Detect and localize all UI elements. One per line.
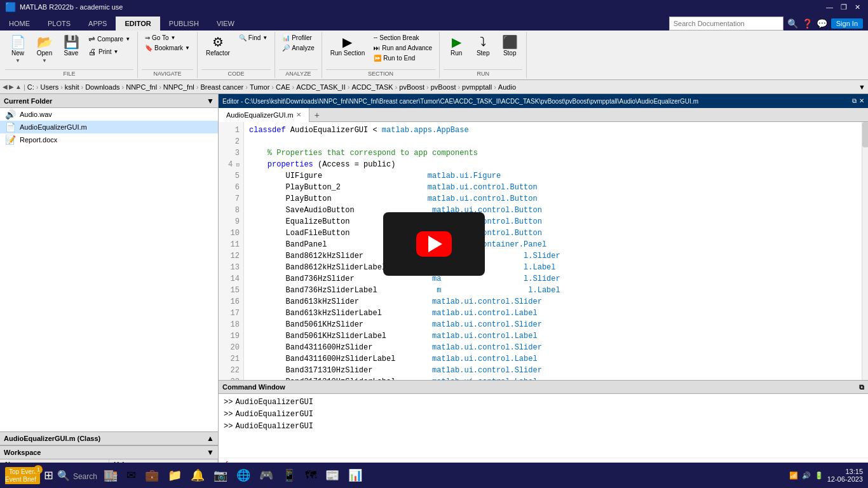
goto-button[interactable]: ⇒ Go To ▼	[142, 33, 193, 43]
editor-undock-button[interactable]: ⧉	[852, 97, 857, 105]
maps-icon[interactable]: 🗺	[302, 468, 319, 484]
code-line-10: LoadFileButton matlab.ui.control.Button	[249, 227, 857, 239]
search-icon[interactable]: 🔍	[787, 18, 798, 29]
breadcrumb-tumor[interactable]: Tumor	[250, 83, 269, 91]
battery-icon[interactable]: 🔋	[815, 471, 824, 480]
search-taskbar-button[interactable]: 🔍 Search	[57, 470, 97, 482]
compare-button[interactable]: ⇌ Compare ▼	[85, 33, 133, 45]
minimize-button[interactable]: —	[824, 3, 836, 11]
folder-taskbar-icon[interactable]: 📁	[165, 467, 184, 484]
code-line-6: PlayButton_2 matlab.ui.control.Button	[249, 182, 857, 193]
left-panel: Current Folder ▼ 🔊 Audio.wav 📄 AudioEqua…	[0, 94, 219, 470]
current-folder-collapse[interactable]: ▼	[207, 97, 214, 105]
restore-button[interactable]: ❐	[838, 3, 850, 11]
nav-back-button[interactable]: ◀	[3, 83, 8, 90]
breadcrumb-cae[interactable]: CAE	[276, 83, 290, 91]
save-icon: 💾	[64, 36, 79, 48]
open-button[interactable]: 📂 Open ▼	[32, 33, 57, 66]
cmd-undock-button[interactable]: ⧉	[859, 383, 864, 391]
breadcrumb-nnpc1[interactable]: NNPC_fnl	[126, 83, 157, 91]
breadcrumb-breast[interactable]: Breast cancer	[200, 83, 243, 91]
scrollbar-thumb[interactable]	[862, 122, 868, 147]
refactor-button[interactable]: ⚙ Refactor	[201, 33, 234, 59]
run-section-button[interactable]: ▶ Run Section	[326, 33, 369, 59]
code-content[interactable]: classdef AudioEqualizerGUI < matlab.apps…	[244, 122, 862, 380]
new-button[interactable]: 📄 New ▼	[5, 33, 31, 66]
excel-icon[interactable]: 📊	[346, 467, 365, 484]
news-icon[interactable]: 📰	[323, 467, 342, 484]
new-tab-button[interactable]: +	[309, 109, 325, 121]
run-end-icon: ⏩	[374, 55, 381, 62]
breadcrumb-pvmppt[interactable]: pvmpptall	[462, 83, 492, 91]
analyze-button[interactable]: 🔎 Analyze	[279, 43, 318, 53]
windows-icon[interactable]: ⊞	[44, 468, 53, 482]
stop-button[interactable]: ⬛ Stop	[497, 33, 522, 59]
breadcrumb-acdc-task[interactable]: ACDC_TASK	[351, 83, 393, 91]
step-button[interactable]: ⤵ Step	[470, 33, 496, 59]
run-and-advance-button[interactable]: ⏭ Run and Advance	[370, 43, 435, 53]
breadcrumb-audio[interactable]: Audio	[498, 83, 516, 91]
address-dropdown-button[interactable]: ▼	[858, 83, 865, 91]
editor-close-button[interactable]: ✕	[859, 97, 864, 105]
notification-area[interactable]: 1 Top Events Event Brief	[5, 468, 40, 483]
file-item[interactable]: 🔊 Audio.wav	[0, 108, 218, 121]
browser-icon[interactable]: 🌐	[234, 467, 253, 484]
nav-forward-button[interactable]: ▶	[9, 83, 14, 90]
app7-icon[interactable]: 🎮	[257, 467, 276, 484]
run-button[interactable]: ▶ Run	[444, 33, 469, 59]
close-button[interactable]: ✕	[852, 3, 863, 11]
help-icon[interactable]: ❓	[802, 18, 813, 29]
bookmark-button[interactable]: 🔖 Bookmark ▼	[142, 43, 193, 53]
section-break-button[interactable]: ╌ Section Break	[370, 33, 435, 43]
youtube-overlay[interactable]	[383, 212, 485, 276]
breadcrumb-users[interactable]: Users	[40, 83, 58, 91]
save-button[interactable]: 💾 Save	[58, 33, 84, 59]
instagram-icon[interactable]: 📷	[211, 467, 230, 484]
code-line-12: Band8612kHzSlider ma l.Slider	[249, 250, 857, 262]
file-item[interactable]: 📝 Report.docx	[0, 133, 218, 146]
clock-display[interactable]: 13:15 12-06-2023	[827, 468, 863, 483]
whatsapp-icon[interactable]: 📱	[280, 467, 299, 484]
file-item[interactable]: 📄 AudioEqualizerGUI.m	[0, 121, 218, 133]
editor-tab-audio-equalizer[interactable]: AudioEqualizerGUI.m ✕	[219, 108, 309, 122]
breadcrumb-c[interactable]: C:	[27, 83, 34, 91]
breadcrumb-acdc[interactable]: ACDC_TASK_II	[296, 83, 345, 91]
tab-editor[interactable]: EDITOR	[116, 17, 159, 30]
tab-publish[interactable]: PUBLISH	[160, 17, 208, 30]
notification-bell-icon[interactable]: 🔔	[188, 467, 207, 484]
breadcrumb-nnpc2[interactable]: NNPC_fnl	[163, 83, 194, 91]
ribbon-group-code: ⚙ Refactor 🔍 Find ▼ CODE	[198, 32, 275, 78]
breadcrumb-pvboost2[interactable]: pvBoost	[431, 83, 456, 91]
mail-icon[interactable]: ✉	[124, 467, 139, 484]
print-button[interactable]: 🖨 Print ▼	[85, 46, 133, 58]
teams-icon[interactable]: 💼	[142, 467, 161, 484]
tab-close-button[interactable]: ✕	[296, 111, 301, 118]
volume-icon[interactable]: 🔊	[802, 471, 811, 480]
wifi-icon[interactable]: 📶	[789, 471, 798, 480]
search-input[interactable]	[669, 17, 783, 30]
sign-in-button[interactable]: Sign In	[831, 18, 863, 29]
class-collapse[interactable]: ▲	[207, 434, 214, 443]
tab-view[interactable]: VIEW	[208, 17, 243, 30]
store-icon[interactable]: 🏬	[101, 467, 120, 484]
stop-icon: ⬛	[502, 36, 518, 48]
find-button[interactable]: 🔍 Find ▼	[236, 33, 271, 43]
tab-home[interactable]: HOME	[0, 17, 39, 30]
code-area[interactable]: 1 2 3 4 ⊟ 5 6 7 8 9 10 11 12 13 14 15 16…	[219, 122, 868, 380]
breadcrumb-kshit[interactable]: kshit	[65, 83, 79, 91]
run-to-end-button[interactable]: ⏩ Run to End	[370, 53, 435, 63]
community-icon[interactable]: 💬	[817, 18, 827, 29]
run-section-icon: ▶	[342, 36, 352, 48]
vertical-scrollbar[interactable]	[862, 122, 868, 380]
code-line-18: Band5061KHzSlider matlab.ui.control.Slid…	[249, 319, 857, 330]
youtube-play-button[interactable]	[416, 231, 452, 257]
breadcrumb-pvboost[interactable]: pvBoost	[399, 83, 424, 91]
profiler-button[interactable]: 📊 Profiler	[279, 33, 318, 43]
tab-apps[interactable]: APPS	[79, 17, 116, 30]
tab-plots[interactable]: PLOTS	[39, 17, 79, 30]
nav-up-button[interactable]: ▲	[15, 83, 22, 90]
open-icon: 📂	[37, 36, 53, 48]
breadcrumb-downloads[interactable]: Downloads	[85, 83, 119, 91]
cmd-line-3: >> AudioEqualizerGUI	[224, 421, 863, 433]
workspace-collapse[interactable]: ▼	[207, 448, 214, 457]
